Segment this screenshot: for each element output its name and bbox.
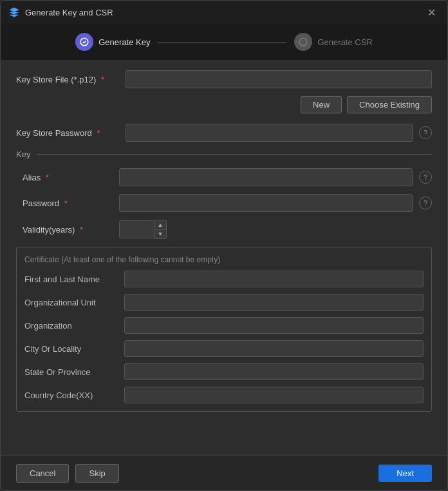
svg-point-0 <box>80 38 88 46</box>
alias-help-icon[interactable]: ? <box>419 171 432 184</box>
key-section-label: Key <box>16 149 30 159</box>
form-content: Key Store File (*.p12) * New Choose Exis… <box>1 60 447 456</box>
cert-org-unit-row: Organizational Unit <box>24 294 424 311</box>
step-2-label: Generate CSR <box>317 37 372 47</box>
cert-state-province-row: State Or Province <box>24 363 424 380</box>
validity-spinner-buttons: ▲ ▼ <box>154 220 167 239</box>
alias-row: Alias * ? <box>16 168 432 186</box>
svg-point-1 <box>300 38 308 46</box>
close-button[interactable]: ✕ <box>424 5 440 20</box>
choose-existing-button[interactable]: Choose Existing <box>347 96 432 113</box>
cert-state-province-label: State Or Province <box>24 367 118 377</box>
validity-row: Validity(years) * 25 ▲ ▼ <box>16 220 432 239</box>
validity-input[interactable]: 25 <box>119 220 154 238</box>
cert-first-last-name-input[interactable] <box>124 271 424 287</box>
step-connector <box>158 42 286 43</box>
step-generate-key: Generate Key <box>75 33 150 51</box>
cert-org-unit-input[interactable] <box>124 294 424 311</box>
cert-first-last-name-label: First and Last Name <box>24 274 118 284</box>
keystore-password-input[interactable] <box>126 124 413 142</box>
skip-button[interactable]: Skip <box>75 464 118 483</box>
cert-city-locality-label: City Or Locality <box>24 344 118 354</box>
step-1-label: Generate Key <box>98 37 150 47</box>
cert-organization-row: Organization <box>24 317 424 334</box>
step-1-circle <box>75 33 93 51</box>
title-bar: Generate Key and CSR ✕ <box>1 1 447 24</box>
cert-first-last-name-row: First and Last Name <box>24 271 424 287</box>
key-password-label: Password * <box>23 198 113 208</box>
title-bar-left: Generate Key and CSR <box>8 6 113 18</box>
step-generate-csr: Generate CSR <box>294 33 372 51</box>
cert-organization-label: Organization <box>24 321 118 331</box>
validity-increment-button[interactable]: ▲ <box>154 220 166 229</box>
alias-label: Alias * <box>23 173 113 182</box>
step-2-circle <box>294 33 312 51</box>
keystore-password-label: Key Store Password * <box>16 128 119 138</box>
dialog-title: Generate Key and CSR <box>25 8 113 17</box>
steps-bar: Generate Key Generate CSR <box>1 24 447 60</box>
cert-org-unit-label: Organizational Unit <box>24 298 118 307</box>
key-section-divider: Key <box>16 149 432 159</box>
next-button[interactable]: Next <box>378 465 432 482</box>
cert-country-code-label: Country Code(XX) <box>24 390 118 400</box>
keystore-file-row: Key Store File (*.p12) * <box>16 70 432 88</box>
alias-input[interactable] <box>119 168 413 186</box>
cert-city-locality-input[interactable] <box>124 340 424 357</box>
key-password-input[interactable] <box>119 194 413 212</box>
generate-key-csr-dialog: Generate Key and CSR ✕ Generate Key Gene… <box>0 0 448 491</box>
cert-state-province-input[interactable] <box>124 363 424 380</box>
dialog-footer: Cancel Skip Next <box>1 456 447 490</box>
key-password-row: Password * ? <box>16 194 432 212</box>
certificate-title: Certificate (At least one of the followi… <box>24 255 424 264</box>
new-button[interactable]: New <box>301 96 342 113</box>
keystore-file-label: Key Store File (*.p12) * <box>16 75 119 84</box>
footer-left-buttons: Cancel Skip <box>16 464 119 483</box>
certificate-section: Certificate (At least one of the followi… <box>16 247 432 412</box>
validity-label: Validity(years) * <box>23 225 113 235</box>
validity-spinner: 25 ▲ ▼ <box>119 220 167 239</box>
keystore-password-row: Key Store Password * ? <box>16 124 432 142</box>
cert-country-code-input[interactable] <box>124 387 424 403</box>
cert-city-locality-row: City Or Locality <box>24 340 424 357</box>
key-password-help-icon[interactable]: ? <box>419 197 432 209</box>
file-action-buttons: New Choose Existing <box>16 96 432 113</box>
cert-organization-input[interactable] <box>124 317 424 334</box>
keystore-file-input[interactable] <box>126 70 432 88</box>
keystore-password-help-icon[interactable]: ? <box>419 126 432 139</box>
app-icon <box>8 6 20 18</box>
validity-decrement-button[interactable]: ▼ <box>154 229 166 238</box>
cert-country-code-row: Country Code(XX) <box>24 387 424 403</box>
cancel-button[interactable]: Cancel <box>16 464 69 483</box>
